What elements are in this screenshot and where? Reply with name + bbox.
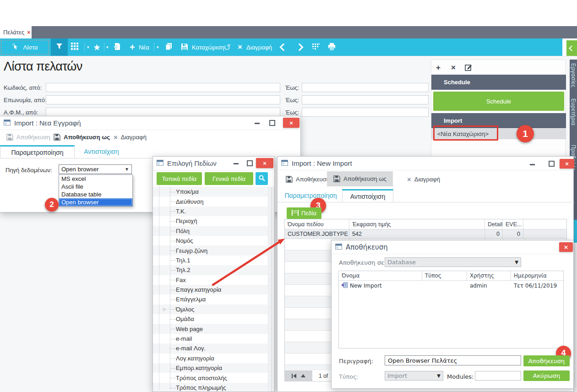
tab-bar: Πελάτες × bbox=[0, 26, 577, 38]
tab-pelates[interactable]: Πελάτες × bbox=[0, 26, 32, 38]
delete-button[interactable]: × Διαγραφή bbox=[407, 172, 440, 186]
delete-button[interactable]: × Διαγραφή bbox=[238, 38, 272, 56]
export-button[interactable] bbox=[114, 38, 121, 56]
tab-antistoixisi[interactable]: Αντιστοίχιση bbox=[342, 189, 393, 202]
save-to-select[interactable]: Database ▼ bbox=[385, 257, 521, 267]
option-ascii-file[interactable]: Ascii file bbox=[59, 183, 132, 191]
tab-antistoixisi[interactable]: Αντιστοίχιση bbox=[75, 145, 128, 158]
field-tree-label: Fax bbox=[176, 277, 186, 283]
close-icon[interactable]: × bbox=[256, 158, 273, 168]
new-record-label[interactable]: Νέα bbox=[139, 38, 149, 56]
maximize-icon[interactable] bbox=[247, 160, 253, 166]
save-to-label: Αποθήκευση σε: bbox=[339, 259, 386, 266]
side-tab-ergasies[interactable]: Εργασίες bbox=[570, 63, 577, 87]
col-field-name[interactable]: Όνομα πεδίου bbox=[285, 219, 349, 229]
dialog-save-titlebar[interactable]: Αποθήκευση bbox=[332, 240, 573, 254]
browser-layout-button[interactable] bbox=[312, 38, 320, 56]
close-icon[interactable]: × bbox=[559, 242, 573, 252]
option-open-browser[interactable]: Open browser bbox=[59, 198, 132, 206]
save-disk-icon bbox=[181, 43, 188, 52]
scroll-up-icon[interactable] bbox=[301, 374, 305, 377]
panel-add-button[interactable]: + bbox=[436, 63, 441, 72]
expander-icon[interactable]: ▷ bbox=[163, 307, 166, 311]
description-input[interactable]: Open Browser Πελάτες bbox=[385, 355, 521, 365]
modules-label: Modules: bbox=[447, 373, 474, 380]
col-name[interactable]: Όνομα bbox=[339, 271, 422, 280]
col-detail[interactable]: Detail bbox=[485, 219, 503, 229]
new-record-button[interactable]: + bbox=[130, 38, 135, 56]
tab-parametropoiisi[interactable]: Παραμετροποίηση bbox=[0, 145, 75, 158]
col-user[interactable]: Χρήστης bbox=[467, 271, 511, 280]
filter-button[interactable] bbox=[51, 38, 68, 56]
maximize-icon[interactable] bbox=[549, 161, 555, 167]
prev-chevron-icon bbox=[280, 44, 288, 51]
col-type[interactable]: Τύπος bbox=[422, 271, 467, 280]
panel-edit-button[interactable] bbox=[465, 64, 472, 73]
save-button[interactable]: Αποθήκευση bbox=[523, 355, 570, 366]
data-source-options: MS excel Ascii file Database table Open … bbox=[59, 174, 133, 207]
col-expression[interactable]: Έκφραση τιμής bbox=[349, 219, 485, 229]
code-from-input[interactable] bbox=[46, 83, 280, 92]
maximize-icon[interactable] bbox=[269, 120, 275, 126]
list-button[interactable]: Λίστα bbox=[1, 40, 49, 54]
grid-view-caret-icon[interactable]: ▾ bbox=[87, 38, 89, 56]
first-page-icon[interactable] bbox=[292, 374, 296, 378]
tab-close-icon[interactable]: × bbox=[27, 29, 30, 36]
mapping-row[interactable]: CUSTOMER.JOBTYPE 542 0 0 bbox=[285, 229, 566, 239]
new-caret-icon[interactable]: ▾ bbox=[157, 38, 159, 56]
close-icon[interactable]: × bbox=[560, 159, 574, 169]
option-ms-excel[interactable]: MS excel bbox=[59, 175, 132, 183]
schedule-button[interactable]: Schedule bbox=[433, 92, 564, 111]
dialog-new-import-titlebar[interactable]: Import : New Import bbox=[278, 157, 573, 170]
search-fields-button[interactable] bbox=[256, 172, 268, 185]
modules-input[interactable] bbox=[475, 371, 521, 381]
grid-view-button[interactable] bbox=[71, 38, 79, 56]
code-from-label: Κωδικός, από: bbox=[4, 84, 42, 91]
print-button[interactable] bbox=[328, 38, 336, 56]
name-from-input[interactable] bbox=[46, 95, 280, 104]
field-tree-label: Τ.Κ. bbox=[176, 208, 186, 215]
field-tree-label: Γεωγρ.ζώνη bbox=[176, 247, 207, 254]
copy-button[interactable] bbox=[165, 38, 173, 56]
field-tree-scrollbar[interactable] bbox=[268, 187, 274, 392]
close-icon[interactable]: × bbox=[283, 118, 299, 128]
collapse-panel-button[interactable] bbox=[566, 40, 577, 56]
save-button[interactable]: Αποθήκευση bbox=[286, 172, 330, 186]
favorites-button[interactable]: ★ bbox=[93, 38, 101, 56]
vat-to-input[interactable] bbox=[302, 108, 429, 117]
name-to-input[interactable] bbox=[302, 95, 429, 104]
panel-remove-button[interactable]: × bbox=[451, 63, 456, 72]
code-to-input[interactable] bbox=[302, 83, 429, 92]
side-tab-evretiria[interactable]: Ευρετήρια bbox=[570, 98, 577, 125]
window-icon bbox=[335, 243, 342, 251]
undo-button[interactable]: ↺ bbox=[223, 38, 231, 56]
next-button[interactable] bbox=[297, 38, 302, 56]
grid-view-icon bbox=[71, 43, 79, 52]
minimize-icon[interactable] bbox=[234, 163, 239, 164]
save-button[interactable]: Αποθήκευση bbox=[6, 130, 50, 144]
col-eve[interactable]: EVE... bbox=[503, 219, 523, 229]
col-date[interactable]: Ημερομηνία bbox=[511, 271, 563, 280]
dialog-new-import-toolbar: Αποθήκευση Αποθήκευση ως × Διαγραφή bbox=[278, 171, 573, 186]
local-fields-button[interactable]: Τοπικά πεδία bbox=[157, 172, 202, 185]
data-source-select[interactable]: Open browser ▼ bbox=[59, 164, 132, 174]
prev-button[interactable] bbox=[281, 38, 286, 56]
cancel-button[interactable]: Ακύρωση bbox=[523, 370, 570, 381]
col-extra[interactable] bbox=[523, 219, 566, 229]
minimize-icon[interactable] bbox=[255, 123, 260, 124]
general-fields-button[interactable]: Γενικά πεδία bbox=[205, 172, 253, 185]
option-database-table[interactable]: Database table bbox=[59, 191, 132, 198]
delete-x-icon: × bbox=[238, 43, 242, 52]
fields-button[interactable]: Πεδία bbox=[287, 207, 321, 219]
saved-item-row[interactable]: New Import admin Τετ 06/11/2019 bbox=[339, 281, 563, 291]
save-as-button[interactable]: Αποθήκευση ως bbox=[327, 171, 393, 186]
tab-parametropoiisi[interactable]: Παραμετροποίηση bbox=[279, 189, 342, 202]
type-select[interactable]: Import ▼ bbox=[385, 371, 443, 381]
minimize-icon[interactable] bbox=[530, 164, 535, 165]
save-record-button[interactable]: Καταχώριση bbox=[181, 38, 224, 56]
vat-from-input[interactable] bbox=[46, 108, 280, 117]
delete-button[interactable]: × Διαγραφή bbox=[114, 130, 147, 144]
window-icon bbox=[281, 159, 288, 167]
save-as-button[interactable]: Αποθήκευση ως bbox=[54, 130, 110, 144]
favorites-caret-icon[interactable]: ▾ bbox=[106, 38, 109, 56]
